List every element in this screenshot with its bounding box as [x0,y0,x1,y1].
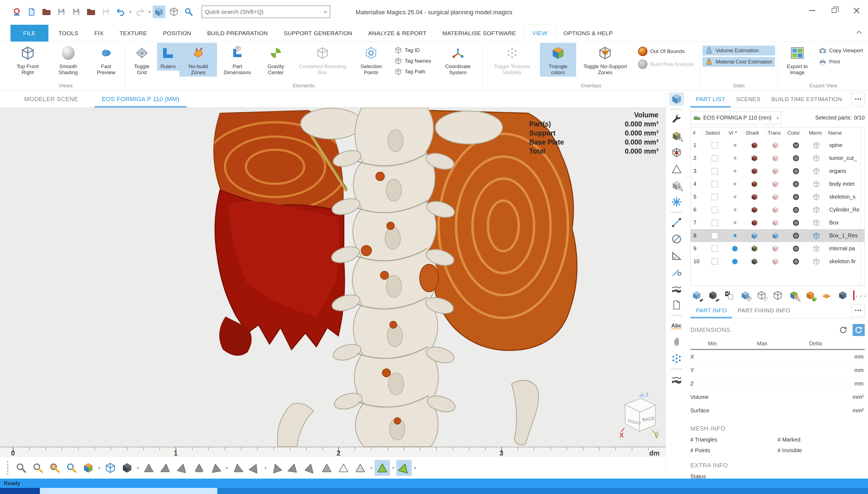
visibility-icon[interactable] [732,259,738,264]
scene-view-icon[interactable] [669,92,684,106]
mark-freeform-icon[interactable] [302,460,318,476]
table-row[interactable]: 1 spine [691,139,864,152]
visibility-icon[interactable] [734,208,737,211]
refresh-dimensions-button[interactable] [837,324,849,336]
color-icon[interactable] [793,181,799,187]
new-file-button[interactable] [25,5,38,18]
tab-part-fixing-info[interactable]: PART FIXING INFO [732,303,795,318]
tab-fix[interactable]: FIX [86,25,112,41]
new-part-icon[interactable] [772,289,784,301]
flatten-part-icon[interactable] [820,289,833,301]
zoom-rect-icon[interactable] [47,460,62,476]
part-name[interactable]: tumor_cut_ [826,155,864,161]
dropdown-caret-icon[interactable] [392,466,394,470]
table-row[interactable]: 7 Box [691,216,864,229]
tag-id-button[interactable]: Tag ID [392,45,434,55]
dropdown-caret-icon[interactable] [265,466,267,470]
tab-modeler-scene[interactable]: MODELER SCENE [17,91,85,108]
shading-icon[interactable] [751,168,758,175]
build-risk-analysis-button[interactable]: Build Risk Analysis [635,58,697,70]
tab-materialise-software[interactable]: MATERIALISE SOFTWARE [435,25,524,41]
triangle-tool-icon[interactable] [669,163,684,175]
copy-viewport-button[interactable]: Copy Viewport [816,45,866,56]
visibility-icon[interactable] [734,170,737,173]
mark-invert-icon[interactable] [352,460,368,476]
col-name[interactable]: Name [826,129,864,136]
view-analysis-icon[interactable] [669,179,684,192]
out-of-bounds-button[interactable]: Out Of Bounds [635,45,697,57]
shading-icon[interactable] [751,180,758,188]
gravity-center-button[interactable]: Gravity Center [257,43,294,77]
transparency-icon[interactable] [772,245,779,252]
transparency-icon[interactable] [772,232,779,239]
combined-bounding-box-button[interactable]: Combined Bounding Box [294,43,351,77]
merge-parts-icon[interactable] [804,289,817,301]
tab-analyze-report[interactable]: ANALYZE & REPORT [360,25,435,41]
col-shading[interactable]: Shadi [743,129,765,136]
table-row[interactable]: 4 body exter [691,177,864,190]
table-row[interactable]: 10 skeleton fir [691,255,864,268]
zoom-circle-icon[interactable] [30,460,46,476]
part-name[interactable]: Box [826,220,864,226]
tab-part-info[interactable]: PART INFO [690,303,732,318]
save-project-button[interactable] [100,5,112,18]
visibility-icon[interactable] [734,144,737,147]
save-as-button[interactable] [70,5,83,18]
export-to-image-button[interactable]: Export to Image [780,43,815,77]
print-button[interactable]: Print [816,57,866,67]
tab-view[interactable]: VIEW [524,25,556,42]
part-name[interactable]: body exter [826,181,864,187]
zoom-icon[interactable] [14,460,29,476]
boolean-part-icon[interactable] [836,289,849,301]
tab-texture[interactable]: TEXTURE [111,25,155,41]
select-all-parts-icon[interactable] [690,289,703,301]
select-checkbox[interactable] [711,155,718,162]
tab-options-help[interactable]: OPTIONS & HELP [556,25,621,41]
memory-icon[interactable] [813,206,820,213]
toggle-grid-button[interactable]: Toggle Grid [127,43,157,77]
col-number[interactable]: # [691,129,703,136]
duplicate-part-icon[interactable] [739,289,752,301]
platform-selector[interactable]: EOS FORMIGA P 110 (mm) [690,111,782,124]
toggle-no-support-zones-button[interactable]: Toggle No-Support Zones [576,43,634,77]
col-visible[interactable]: Vi^ [726,129,743,136]
col-memory[interactable]: Memi [807,129,826,136]
fix-wizard-icon[interactable] [669,113,684,126]
part-name[interactable]: spine [826,142,864,148]
memory-icon[interactable] [813,168,820,175]
table-row[interactable]: 3 organs [691,165,864,177]
select-checkbox[interactable] [711,258,718,265]
tab-scenes[interactable]: SCENES [731,91,766,108]
shading-icon[interactable] [751,193,758,201]
mark-surface-icon[interactable] [175,460,190,476]
measure-distance-icon[interactable] [669,216,684,229]
shading-icon[interactable] [751,245,758,252]
transparency-icon[interactable] [772,258,779,265]
tab-build-time-estimation[interactable]: BUILD TIME ESTIMATION [766,91,847,108]
top-front-right-button[interactable]: Top Front Right [8,43,47,77]
shading-icon[interactable] [751,219,758,226]
measure-angle-icon[interactable] [669,249,684,262]
minimize-button[interactable] [809,10,815,11]
tab-platform-scene[interactable]: EOS FORMIGA P 110 (MM) [95,91,186,108]
memory-icon[interactable] [813,258,820,265]
dropdown-caret-icon[interactable] [98,466,101,470]
part-analysis-icon[interactable] [669,129,684,142]
shading-icon[interactable] [751,142,758,149]
3d-viewport[interactable]: Volume Part(s)0.000 mm³ Support0.000 mm³… [0,108,666,447]
report-page-icon[interactable] [669,298,684,311]
visibility-icon[interactable] [734,221,737,224]
view-cube[interactable]: Z RIGHT BACK X Y [619,390,661,438]
select-checkbox[interactable] [711,142,718,149]
part-name[interactable]: skeleton fir [826,258,864,265]
tab-part-list[interactable]: PART LIST [690,91,731,108]
triangle-colors-button[interactable]: Triangle colors [540,43,576,77]
select-checkbox[interactable] [711,168,718,174]
shading-icon[interactable] [751,206,758,213]
redo-dropdown-caret-icon[interactable] [148,10,151,14]
view-rotate-cube-icon[interactable] [80,460,96,476]
transparency-icon[interactable] [772,219,779,226]
mark-window-icon[interactable] [269,460,284,476]
part-dimensions-button[interactable]: Part Dimensions [217,43,257,77]
dropdown-caret-icon[interactable] [370,466,373,470]
